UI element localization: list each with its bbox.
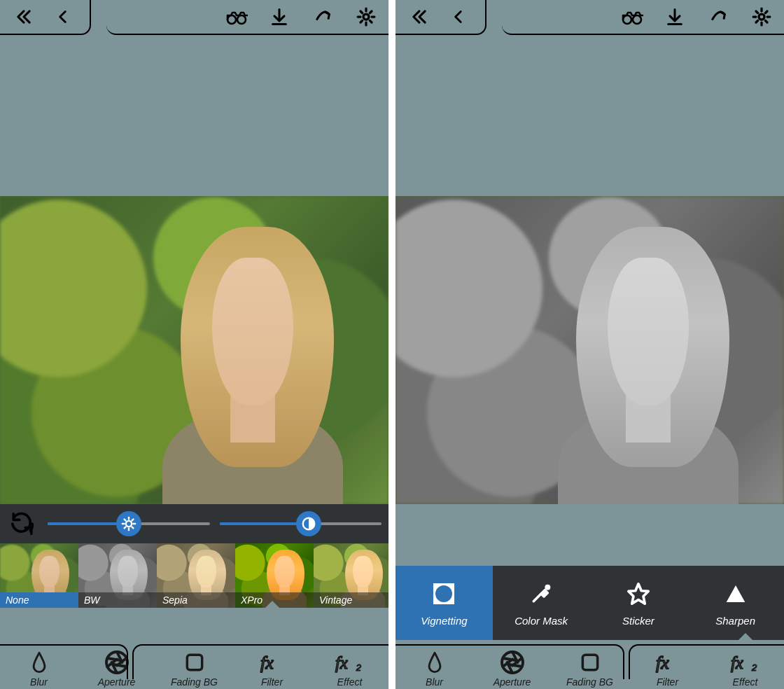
effect-label: Vignetting [421, 615, 467, 627]
svg-point-26 [623, 15, 631, 24]
tab-pointer-icon [265, 601, 279, 608]
svg-point-4 [363, 14, 369, 20]
spacer [396, 38, 784, 196]
record-button[interactable] [613, 0, 650, 34]
share-button[interactable] [700, 0, 736, 34]
nav-group [396, 0, 486, 35]
effect-label: Sharpen [715, 615, 755, 627]
spacer [396, 504, 784, 566]
brightness-slider[interactable] [48, 522, 210, 525]
action-group [106, 0, 388, 35]
svg-point-1 [237, 15, 246, 24]
effect-colormask[interactable]: Color Mask [493, 566, 590, 640]
svg-point-27 [633, 15, 641, 24]
filter-thumb-vintage[interactable]: Vintage [314, 543, 388, 608]
action-group [502, 0, 784, 35]
back-all-button[interactable] [4, 0, 43, 34]
svg-point-0 [227, 15, 236, 24]
download-button[interactable] [657, 0, 693, 34]
back-all-button[interactable] [400, 0, 439, 34]
effect-sharpen[interactable]: Sharpen [687, 566, 784, 640]
back-button[interactable] [43, 0, 83, 34]
record-button[interactable] [218, 0, 254, 34]
phone-right: Vignetting Color Mask Sticker Sharpen [396, 0, 784, 689]
filter-label: BW [78, 592, 157, 608]
triangle-icon [722, 580, 750, 608]
filter-thumb-bw[interactable]: BW [78, 543, 157, 608]
vignette-icon [430, 580, 458, 608]
photo-preview[interactable] [0, 196, 388, 504]
brightness-knob[interactable] [116, 511, 141, 536]
effect-sticker[interactable]: Sticker [590, 566, 687, 640]
filter-thumb-xpro[interactable]: XPro [235, 543, 314, 608]
bottom-toolbar: Blur Aperture Fading BG fx Filter fx2 Ef… [396, 644, 784, 689]
svg-line-13 [132, 520, 133, 521]
svg-marker-35 [726, 585, 745, 602]
filter-label: Sepia [157, 592, 235, 608]
svg-line-10 [124, 520, 125, 521]
svg-point-5 [126, 521, 132, 527]
filter-label: None [0, 592, 78, 608]
filter-thumb-none[interactable]: None [0, 543, 78, 608]
svg-point-33 [545, 584, 550, 590]
contrast-knob[interactable] [296, 511, 321, 536]
top-bar [396, 0, 784, 38]
svg-line-11 [132, 527, 133, 529]
svg-line-12 [124, 527, 125, 529]
tab-pointer-icon [738, 633, 752, 640]
back-button[interactable] [439, 0, 478, 34]
top-bar [0, 0, 388, 38]
svg-point-32 [435, 585, 452, 602]
photo-preview[interactable] [396, 196, 784, 504]
bottom-toolbar: Blur Aperture Fading BG fx Filter fx2 Ef… [0, 644, 388, 689]
settings-button[interactable] [348, 0, 384, 34]
spacer [0, 38, 388, 196]
settings-button[interactable] [743, 0, 780, 34]
adjustment-bar [0, 504, 388, 543]
filter-thumb-sepia[interactable]: Sepia [157, 543, 235, 608]
effect-label: Color Mask [514, 615, 568, 627]
filter-label: Vintage [314, 592, 388, 608]
svg-marker-34 [629, 583, 648, 603]
download-button[interactable] [261, 0, 298, 34]
share-button[interactable] [304, 0, 341, 34]
effect-submenu: Vignetting Color Mask Sticker Sharpen [396, 566, 784, 640]
phone-left: None BW Sepia XPro Vintage Blur Apert [0, 0, 388, 689]
star-icon [624, 580, 652, 608]
nav-group [0, 0, 91, 35]
reset-button[interactable] [7, 508, 38, 539]
effect-label: Sticker [622, 615, 654, 627]
filter-thumb-row: None BW Sepia XPro Vintage [0, 543, 388, 608]
eyedropper-icon [527, 580, 555, 608]
svg-point-30 [759, 14, 764, 20]
effect-vignetting[interactable]: Vignetting [396, 566, 493, 640]
contrast-slider[interactable] [220, 522, 382, 525]
